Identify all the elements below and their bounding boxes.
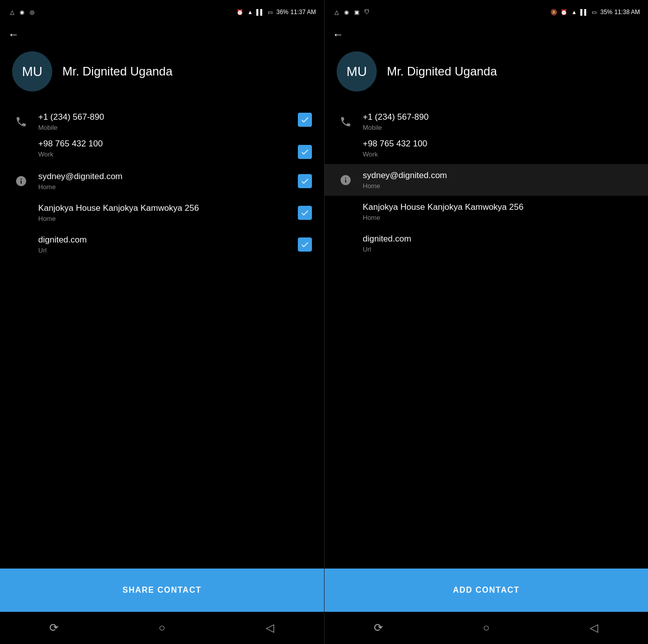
address-label-left: Home bbox=[38, 215, 298, 222]
home-icon-right[interactable]: ○ bbox=[474, 616, 498, 640]
address-spacer-left bbox=[12, 204, 30, 222]
wifi-icon-right: ▲ bbox=[570, 8, 578, 16]
wifi-icon: ▲ bbox=[246, 8, 254, 16]
address-spacer-right bbox=[337, 203, 355, 221]
field-row-phone-right: +1 (234) 567-890 Mobile +98 765 432 100 … bbox=[325, 106, 648, 164]
back-button-left[interactable]: ← bbox=[8, 28, 19, 41]
phone-value-work-left: +98 765 432 100 bbox=[38, 138, 298, 149]
contact-fields-left: +1 (234) 567-890 Mobile +98 765 432 100 … bbox=[0, 106, 324, 569]
phone-value-mobile-left: +1 (234) 567-890 bbox=[38, 112, 298, 123]
checkbox-work-left[interactable] bbox=[298, 145, 312, 159]
sub-field-work-left: +98 765 432 100 Work bbox=[38, 138, 298, 158]
location-icon: ◉ bbox=[18, 8, 26, 16]
battery-icon-right: ▭ bbox=[590, 8, 598, 16]
phone-label-mobile-left: Mobile bbox=[38, 124, 298, 131]
url-label-right: Url bbox=[363, 246, 636, 253]
share-contact-button[interactable]: SHARE CONTACT bbox=[0, 569, 324, 612]
url-value-left: dignited.com bbox=[38, 234, 298, 246]
contact-header-right: MU Mr. Dignited Uganda bbox=[325, 47, 648, 106]
field-content-email-left: sydney@dignited.com Home bbox=[38, 171, 298, 191]
checkbox-url-left[interactable] bbox=[298, 237, 312, 252]
checkbox-email-left[interactable] bbox=[298, 174, 312, 188]
time-right: 11:38 AM bbox=[614, 9, 640, 16]
avatar-right: MU bbox=[337, 51, 377, 92]
back-nav-icon-left[interactable]: ◁ bbox=[258, 616, 282, 640]
field-content-address-right: Kanjokya House Kanjokya Kamwokya 256 Hom… bbox=[363, 202, 636, 221]
contact-fields-right: +1 (234) 567-890 Mobile +98 765 432 100 … bbox=[325, 106, 648, 569]
top-bar-right: ← bbox=[325, 24, 648, 47]
field-row-url-left: dignited.com Url bbox=[0, 228, 324, 260]
avatar-initials-right: MU bbox=[347, 64, 367, 79]
voicemail-icon: ◎ bbox=[28, 8, 36, 16]
info-icon-right bbox=[337, 171, 355, 189]
back-button-right[interactable]: ← bbox=[333, 28, 344, 41]
field-content-phone-right: +1 (234) 567-890 Mobile +98 765 432 100 … bbox=[363, 112, 636, 158]
triangle-icon-right: △ bbox=[333, 8, 341, 16]
battery-percent-left: 36% bbox=[276, 9, 288, 16]
back-nav-icon-right[interactable]: ◁ bbox=[582, 616, 606, 640]
home-icon-left[interactable]: ○ bbox=[150, 616, 174, 640]
status-bar-left: △ ◉ ◎ ⏰ ▲ ▌▌ ▭ 36% 11:37 AM bbox=[0, 0, 324, 24]
phone-label-work-right: Work bbox=[363, 150, 636, 158]
field-content-email-right: sydney@dignited.com Home bbox=[363, 170, 636, 190]
checkbox-address-left[interactable] bbox=[298, 206, 312, 220]
email-label-left: Home bbox=[38, 183, 298, 191]
url-value-right: dignited.com bbox=[363, 233, 636, 245]
alarm-icon-right: ⏰ bbox=[560, 8, 568, 16]
contact-header-left: MU Mr. Dignited Uganda bbox=[0, 47, 324, 106]
add-contact-label: ADD CONTACT bbox=[453, 586, 520, 595]
field-content-url-right: dignited.com Url bbox=[363, 233, 636, 253]
phone-icon-right bbox=[337, 113, 355, 131]
address-value-right: Kanjokya House Kanjokya Kamwokya 256 bbox=[363, 202, 636, 213]
battery-percent-right: 35% bbox=[600, 9, 612, 16]
field-row-email-left: sydney@dignited.com Home bbox=[0, 165, 324, 197]
field-content-phone-left: +1 (234) 567-890 Mobile +98 765 432 100 … bbox=[38, 112, 298, 158]
location-icon-right: ◉ bbox=[343, 8, 351, 16]
recent-apps-icon-right[interactable]: ⟳ bbox=[366, 616, 390, 640]
share-contact-label: SHARE CONTACT bbox=[123, 586, 202, 595]
status-bar-right: △ ◉ ▣ ⛉ 🔕 ⏰ ▲ ▌▌ ▭ 35% 11:38 AM bbox=[325, 0, 648, 24]
phone-label-mobile-right: Mobile bbox=[363, 124, 636, 131]
phone-label-work-left: Work bbox=[38, 150, 298, 158]
mute-icon-right: 🔕 bbox=[550, 8, 558, 16]
signal-icon-right: ▌▌ bbox=[580, 8, 588, 16]
alarm-icon: ⏰ bbox=[236, 8, 244, 16]
address-value-left: Kanjokya House Kanjokya Kamwokya 256 bbox=[38, 203, 298, 214]
field-row-address-right: Kanjokya House Kanjokya Kamwokya 256 Hom… bbox=[325, 196, 648, 227]
field-content-address-left: Kanjokya House Kanjokya Kamwokya 256 Hom… bbox=[38, 203, 298, 222]
screen-icon-right: ▣ bbox=[353, 8, 361, 16]
nav-bar-left: ⟳ ○ ◁ bbox=[0, 612, 324, 644]
address-label-right: Home bbox=[363, 214, 636, 221]
phone-value-work-right: +98 765 432 100 bbox=[363, 138, 636, 149]
shield-icon-right: ⛉ bbox=[363, 8, 371, 16]
top-bar-left: ← bbox=[0, 24, 324, 47]
phone-icon-left bbox=[12, 113, 30, 131]
url-spacer-right bbox=[337, 234, 355, 253]
email-value-right: sydney@dignited.com bbox=[363, 170, 636, 181]
info-icon-left bbox=[12, 172, 30, 190]
url-spacer-left bbox=[12, 235, 30, 254]
status-icons-right: △ ◉ ▣ ⛉ bbox=[333, 8, 371, 16]
panel-share-contact: △ ◉ ◎ ⏰ ▲ ▌▌ ▭ 36% 11:37 AM ← MU Mr. Dig… bbox=[0, 0, 324, 644]
email-label-right: Home bbox=[363, 182, 636, 190]
contact-name-left: Mr. Dignited Uganda bbox=[62, 64, 173, 78]
field-row-address-left: Kanjokya House Kanjokya Kamwokya 256 Hom… bbox=[0, 197, 324, 228]
field-row-email-right: sydney@dignited.com Home bbox=[325, 164, 648, 196]
time-left: 11:37 AM bbox=[290, 9, 316, 16]
status-icons-left: △ ◉ ◎ bbox=[8, 8, 36, 16]
avatar-initials-left: MU bbox=[22, 64, 42, 79]
checkbox-mobile-left[interactable] bbox=[298, 113, 312, 127]
recent-apps-icon-left[interactable]: ⟳ bbox=[42, 616, 66, 640]
avatar-left: MU bbox=[12, 51, 52, 92]
panel-add-contact: △ ◉ ▣ ⛉ 🔕 ⏰ ▲ ▌▌ ▭ 35% 11:38 AM ← MU Mr.… bbox=[324, 0, 648, 644]
contact-name-right: Mr. Dignited Uganda bbox=[387, 64, 497, 78]
phone-value-mobile-right: +1 (234) 567-890 bbox=[363, 112, 636, 123]
add-contact-button[interactable]: ADD CONTACT bbox=[325, 569, 648, 612]
url-label-left: Url bbox=[38, 247, 298, 254]
battery-icon: ▭ bbox=[266, 8, 274, 16]
status-right-right: 🔕 ⏰ ▲ ▌▌ ▭ 35% 11:38 AM bbox=[550, 8, 640, 16]
signal-icon: ▌▌ bbox=[256, 8, 264, 16]
email-value-left: sydney@dignited.com bbox=[38, 171, 298, 182]
nav-bar-right: ⟳ ○ ◁ bbox=[325, 612, 648, 644]
field-row-phone-left: +1 (234) 567-890 Mobile +98 765 432 100 … bbox=[0, 106, 324, 165]
